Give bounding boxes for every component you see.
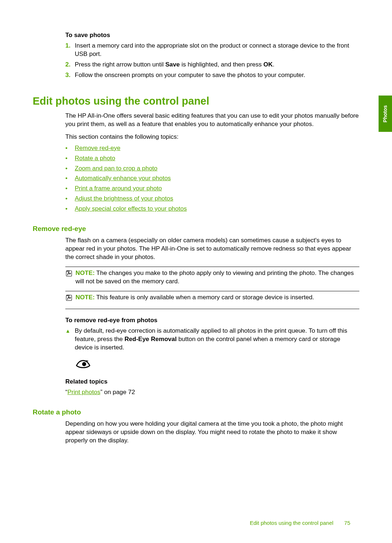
step-marker: 1. <box>65 42 75 58</box>
note-label: NOTE: <box>75 294 95 301</box>
redeye-proc-heading: To remove red-eye from photos <box>65 316 359 325</box>
red-eye-icon <box>75 358 359 371</box>
h2-rotate-photo: Rotate a photo <box>33 408 359 417</box>
footer-page-number: 75 <box>344 519 350 527</box>
triangle-marker: ▲ <box>65 327 75 352</box>
step-body: Follow the onscreen prompts on your comp… <box>75 71 359 80</box>
link-rotate-photo[interactable]: Rotate a photo <box>75 154 115 163</box>
link-remove-red-eye[interactable]: Remove red-eye <box>75 144 121 153</box>
step-body: Insert a memory card into the appropriat… <box>75 42 359 58</box>
redeye-steps: ▲ By default, red-eye correction is auto… <box>65 327 359 352</box>
rotate-paragraph: Depending on how you were holding your d… <box>65 420 359 445</box>
link-print-photos[interactable]: Print photos <box>68 389 101 396</box>
save-photos-heading: To save photos <box>65 31 359 40</box>
page-footer: Edit photos using the control panel 75 <box>0 519 392 527</box>
step-marker: 3. <box>65 71 75 80</box>
bullet-dot: • <box>65 205 75 213</box>
bullet-dot: • <box>65 174 75 183</box>
link-auto-enhance[interactable]: Automatically enhance your photos <box>75 174 171 183</box>
topic-links: •Remove red-eye •Rotate a photo •Zoom an… <box>65 144 359 214</box>
note-block: NOTE: The changes you make to the photo … <box>65 269 359 286</box>
bullet-dot: • <box>65 165 75 173</box>
h2-remove-red-eye: Remove red-eye <box>33 224 359 234</box>
redeye-step-body: By default, red-eye correction is automa… <box>75 327 359 352</box>
related-topics-heading: Related topics <box>65 378 359 386</box>
note-label: NOTE: <box>75 270 95 276</box>
note-icon <box>65 269 75 280</box>
bullet-dot: • <box>65 185 75 193</box>
link-adjust-brightness[interactable]: Adjust the brightness of your photos <box>75 195 173 203</box>
bullet-dot: • <box>65 195 75 203</box>
note-icon <box>65 293 75 304</box>
intro-paragraph: The HP All-in-One offers several basic e… <box>65 112 359 129</box>
note-text-2: This feature is only available when a me… <box>96 294 314 301</box>
svg-point-6 <box>82 362 86 366</box>
redeye-paragraph: The flash on a camera (especially on old… <box>65 236 359 262</box>
footer-title: Edit photos using the control panel <box>250 519 333 527</box>
page-content: To save photos 1. Insert a memory card i… <box>0 0 392 445</box>
svg-rect-5 <box>68 295 69 296</box>
intro-paragraph-2: This section contains the following topi… <box>65 133 359 141</box>
h1-edit-photos: Edit photos using the control panel <box>33 94 359 108</box>
link-print-frame[interactable]: Print a frame around your photo <box>75 185 162 193</box>
save-photos-steps: 1. Insert a memory card into the appropr… <box>65 42 359 80</box>
step-body: Press the right arrow button until Save … <box>75 61 359 69</box>
svg-rect-1 <box>67 270 68 271</box>
step-marker: 2. <box>65 61 75 69</box>
bullet-dot: • <box>65 144 75 153</box>
note-block: NOTE: This feature is only available whe… <box>65 293 359 304</box>
svg-rect-2 <box>68 270 69 271</box>
link-color-effects[interactable]: Apply special color effects to your phot… <box>75 205 187 213</box>
svg-rect-4 <box>67 295 68 296</box>
bullet-dot: • <box>65 154 75 163</box>
related-topic-line: “Print photos” on page 72 <box>65 388 359 397</box>
link-zoom-pan[interactable]: Zoom and pan to crop a photo <box>75 165 158 173</box>
